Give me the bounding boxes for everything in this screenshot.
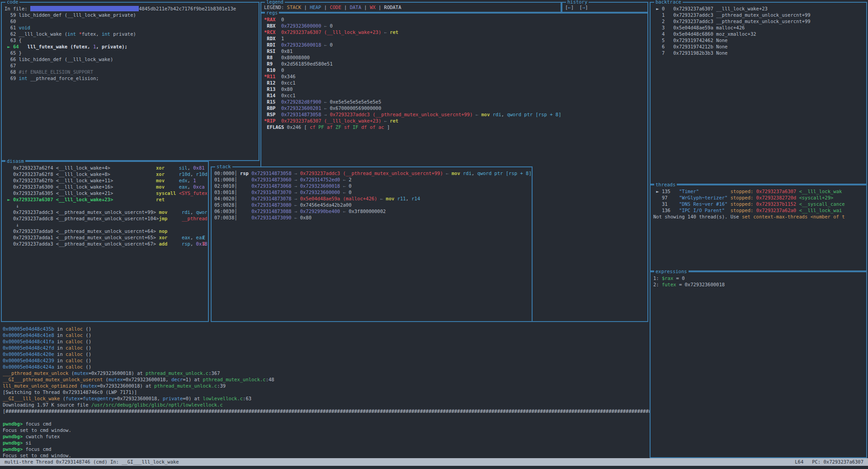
terminal-text-segment: in xyxy=(54,339,66,344)
terminal-text-segment: lll_mutex_unlock_optimized xyxy=(3,383,77,388)
terminal-text-segment: edx xyxy=(179,178,188,183)
terminal-line: 06:0030│ 0x729314873088 → 0x7292990be400… xyxy=(214,208,531,214)
terminal-text-segment: 01:0008│ xyxy=(214,177,251,182)
terminal-text-segment: *RCX xyxy=(264,29,275,35)
terminal-line: ↓ xyxy=(5,222,207,228)
terminal-line: R9 0x2d561850ed580e51 xyxy=(264,61,646,67)
terminal-text-segment: ← xyxy=(377,196,386,201)
terminal-line: 0x7293237addc3 <__pthread_mutex_unlock_u… xyxy=(5,209,207,215)
terminal-line: ► 0 0x7293237a6307 __lll_lock_wake+23 xyxy=(653,5,865,12)
terminal-text-segment: calloc xyxy=(66,339,83,344)
terminal-line: 0x7293237a6300 <__lll_lock_wake+16> mov … xyxy=(5,184,207,190)
terminal-text-segment: ret xyxy=(390,118,398,123)
terminal-text-segment: 62 __lll_lock_wake ( xyxy=(5,31,67,37)
legend-panel: legend LEGEND: STACK | HEAP | CODE | DAT… xyxy=(260,2,561,13)
terminal-text-segment: 0x81 xyxy=(275,48,292,54)
terminal-text-segment: futex xyxy=(662,282,676,287)
terminal-line: In file: 4845db211e7b42c7176f9be21b8301e… xyxy=(5,5,258,12)
terminal-line: 0x00005e04d48c42fd in calloc () xyxy=(3,345,650,351)
backtrace-panel-title: backtrace xyxy=(654,0,683,5)
terminal-line: [←] [→] xyxy=(565,4,646,10)
terminal-text-segment: =0) at xyxy=(183,396,203,401)
terminal-text-segment: EFLAGS xyxy=(264,124,284,130)
terminal-text-segment: xor xyxy=(156,165,165,171)
terminal-text-segment: :39 xyxy=(217,383,226,388)
terminal-text-segment xyxy=(165,184,179,189)
pwndbg-terminal: code In file: 4845db211e7b42c7176f9be21b… xyxy=(0,0,868,469)
terminal-line: pwndbg> focus cmd xyxy=(3,421,650,427)
terminal-text-segment: pwndbg> xyxy=(3,440,26,445)
terminal-text-segment: xor xyxy=(159,235,167,240)
terminal-text-segment: ← xyxy=(340,208,349,214)
stack-panel-body: 00:0000│ rsp 0x729314873058 → 0x7293237a… xyxy=(212,167,532,321)
terminal-text-segment: 6 0x72931974212b None xyxy=(653,44,727,49)
terminal-text-segment: 1: xyxy=(653,275,662,281)
terminal-text-segment: =0x729323600018) at xyxy=(97,383,154,388)
terminal-text-segment: R14 xyxy=(264,93,275,98)
terminal-text-segment: 0x729314873078 xyxy=(251,196,292,201)
terminal-line: RSI 0x81 xyxy=(264,48,646,54)
history-panel[interactable]: history [←] [→] xyxy=(561,2,648,13)
terminal-text-segment: ( xyxy=(68,370,74,376)
terminal-text-segment: ← xyxy=(321,42,330,47)
terminal-text-segment: /usr/src/debug/glibc/glibc/nptl/lowlevel… xyxy=(91,402,223,407)
terminal-text-segment xyxy=(275,23,281,28)
terminal-text-segment: 0x7293237a6307 (__lll_lock_wake+23) xyxy=(281,29,381,35)
terminal-text-segment: 0x729314752ed0 xyxy=(300,177,340,182)
terminal-text-segment: , private); xyxy=(96,44,127,49)
terminal-text-segment: ↓ xyxy=(5,222,19,227)
terminal-text-segment: ← xyxy=(292,202,300,208)
disassembly-panel-body: 0x7293237a62f4 <__lll_lock_wake+4> xor s… xyxy=(2,162,208,321)
terminal-line: 0x00005e04d48c420e in calloc () xyxy=(3,351,650,357)
terminal-text-segment: mov xyxy=(156,178,165,183)
terminal-text-segment: 60 xyxy=(5,19,16,24)
terminal-line: 0x7293237a62f4 <__lll_lock_wake+4> xor s… xyxy=(5,165,207,171)
terminal-line: 0x7293237a62f8 <__lll_lock_wake+8> xor r… xyxy=(5,171,207,177)
terminal-line: 61 void xyxy=(5,24,258,31)
terminal-text-segment: decr xyxy=(171,377,183,382)
terminal-text-segment: pwndbg> xyxy=(3,446,26,452)
terminal-text-segment: = 0 xyxy=(673,275,684,281)
terminal-text-segment: rdi xyxy=(493,112,501,117)
terminal-line: 04:0020│ 0x729314873078 → 0x5e04d48ae59a… xyxy=(214,195,531,202)
history-arrows[interactable]: [←] [→] xyxy=(562,3,647,12)
terminal-text-segment xyxy=(167,241,182,246)
terminal-text-segment: of xyxy=(370,124,378,130)
terminal-text-segment: in xyxy=(54,326,66,332)
terminal-text-segment: DATA xyxy=(350,5,361,10)
terminal-line: 0x00005e04d48c435b in calloc () xyxy=(3,326,650,332)
terminal-text-segment: futex xyxy=(66,396,80,401)
terminal-text-segment: *R11 xyxy=(264,74,275,79)
terminal-text-segment: STACK xyxy=(287,5,302,10)
terminal-text-segment: In file: xyxy=(5,6,30,11)
terminal-text-segment: "IPC I/O Parent" xyxy=(679,208,725,213)
terminal-line: R10 0 xyxy=(264,67,646,73)
terminal-line: 05:0028│ 0x729314873080 ← 0x7456e45da42b… xyxy=(214,202,531,208)
terminal-text-segment: 0x00005e04d48c4239 xyxy=(3,358,54,363)
terminal-text-segment: CODE xyxy=(330,5,341,10)
terminal-text-segment: calloc xyxy=(66,358,83,363)
terminal-text-segment: () xyxy=(83,358,91,363)
threads-panel: threads ► 135 "Timer" stopped: 0x7293237… xyxy=(650,185,867,271)
terminal-text-segment: qword ptr [rsp + 8] xyxy=(477,171,531,176)
terminal-text-segment: () xyxy=(83,364,91,370)
code-panel: code In file: 4845db211e7b42c7176f9be21b… xyxy=(1,2,259,161)
command-output-window[interactable]: 0x00005e04d48c435b in calloc ()0x00005e0… xyxy=(0,322,650,458)
terminal-line: 01:0008│ 0x729314873060 → 0x729314752ed0… xyxy=(214,176,531,183)
terminal-text-segment: R8 xyxy=(264,55,275,60)
terminal-text-segment: 0x7293237addc8 <__pthread_mutex_unlock_u… xyxy=(5,216,159,221)
terminal-text-segment: =1) at xyxy=(183,377,203,382)
terminal-line: 69 int __pthread_force_elision; xyxy=(5,75,258,81)
stack-panel-title: stack xyxy=(215,163,232,170)
terminal-text-segment: "DNS Res~ver #16" xyxy=(679,201,727,207)
terminal-text-segment: 2: xyxy=(653,282,662,287)
terminal-text-segment: , xyxy=(190,241,196,246)
terminal-text-segment: 0x729314873058 xyxy=(281,112,321,117)
terminal-text-segment: | xyxy=(361,5,370,10)
terminal-text-segment: ← xyxy=(321,105,330,111)
terminal-text-segment: ZF xyxy=(335,124,344,130)
terminal-text-segment: 0x7293237a62a0 xyxy=(756,208,797,213)
terminal-line: *RCX 0x7293237a6307 (__lll_lock_wake+23)… xyxy=(264,29,646,35)
terminal-text-segment: ← xyxy=(340,183,349,189)
terminal-text-segment: 0x7293237a62fb <__lll_lock_wake+11> xyxy=(5,178,156,183)
